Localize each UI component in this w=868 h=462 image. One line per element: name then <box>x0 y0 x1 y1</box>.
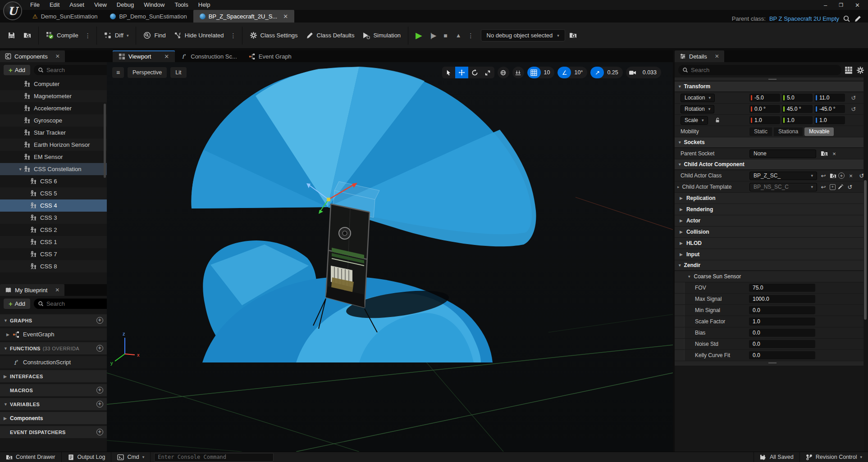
add-icon[interactable]: + <box>96 401 103 408</box>
mobility-option-stationa[interactable]: Stationa <box>774 127 803 136</box>
details-settings-icon[interactable] <box>856 66 864 74</box>
category-actor[interactable]: ▶Actor <box>675 215 863 226</box>
details-search[interactable] <box>678 65 841 75</box>
scale-dropdown[interactable]: Scale▾ <box>681 116 708 125</box>
zendir-section-header[interactable]: ▾Zendir <box>675 260 863 270</box>
console-command-input[interactable] <box>158 454 270 460</box>
details-scrollbar-track[interactable] <box>864 76 868 462</box>
close-icon[interactable]: ✕ <box>283 13 288 20</box>
lit-button[interactable]: Lit <box>170 67 186 78</box>
tree-item-magnetometer[interactable]: Magnetometer <box>0 90 107 102</box>
add-icon[interactable]: + <box>96 317 103 324</box>
add-component-button[interactable]: +Add <box>4 65 30 75</box>
property-value-field[interactable]: 0.0 <box>749 351 815 359</box>
menu-item-edit[interactable]: Edit <box>45 0 64 10</box>
property-value-field[interactable]: 1.0 <box>749 317 815 326</box>
cmd-button[interactable]: Cmd▾ <box>111 452 151 462</box>
expander-icon[interactable]: ▾ <box>17 167 23 172</box>
surface-snap-button[interactable] <box>512 67 524 78</box>
diff-button[interactable]: Diff▾ <box>100 28 133 43</box>
category-collision[interactable]: ▶Collision <box>675 226 863 237</box>
tab-components[interactable]: Components ✕ <box>0 50 65 62</box>
scale-snap-control[interactable]: ↗ 0.25 <box>590 67 622 78</box>
property-value-field[interactable]: 0.0 <box>749 306 815 314</box>
tree-item-css-6[interactable]: CSS 6 <box>0 175 107 187</box>
tree-item-css-1[interactable]: CSS 1 <box>0 236 107 248</box>
grid-snap-control[interactable]: 10 <box>527 67 555 78</box>
perspective-button[interactable]: Perspective <box>128 67 167 78</box>
my-blueprint-interfaces[interactable]: ▶INTERFACES <box>0 370 107 382</box>
eyedropper-icon[interactable] <box>837 184 844 190</box>
reset-icon[interactable]: ↺ <box>849 106 859 113</box>
location-dropdown[interactable]: Location▾ <box>681 94 715 102</box>
child-actor-class-dropdown[interactable]: BP_Z_SC_▾ <box>749 172 817 180</box>
tree-item-css-5[interactable]: CSS 5 <box>0 187 107 199</box>
tree-item-em-sensor[interactable]: EM Sensor <box>0 151 107 163</box>
scale-tool-button[interactable] <box>481 67 494 78</box>
compile-options-icon[interactable]: ⋮ <box>82 32 93 39</box>
tree-item-css-8[interactable]: CSS 8 <box>0 260 107 272</box>
location-x-field[interactable]: -5.0 <box>749 94 780 102</box>
close-icon[interactable]: ✕ <box>715 53 719 59</box>
scale-y-field[interactable]: 1.0 <box>782 116 813 124</box>
property-value-field[interactable]: 0.0 <box>749 340 815 348</box>
tree-item-css-constellation[interactable]: ▾CSS Constellation <box>0 163 107 175</box>
revision-control-button[interactable]: Revision Control▾ <box>799 452 868 462</box>
my-blueprint-functions[interactable]: ▼FUNCTIONS(33 OVERRIDA+ <box>0 342 107 354</box>
lock-icon[interactable] <box>714 117 721 123</box>
debug-object-dropdown[interactable]: No debug object selected▾ <box>481 29 565 41</box>
browse-button[interactable] <box>19 28 35 43</box>
frame-skip-button[interactable]: |▶ <box>426 28 439 43</box>
child-actor-section-header[interactable]: ▾Child Actor Component <box>675 159 863 169</box>
play-options-icon[interactable]: ⋮ <box>466 32 476 39</box>
details-scrollbar-thumb[interactable] <box>864 180 867 320</box>
select-tool-button[interactable] <box>442 67 455 78</box>
world-space-button[interactable] <box>498 67 509 78</box>
parent-class-link[interactable]: BP Z Spacecraft 2U Empty <box>769 15 839 22</box>
tree-item-css-4[interactable]: CSS 4 <box>0 199 107 212</box>
rotation-snap-control[interactable]: ∠ 10° <box>557 67 587 78</box>
rotation-y-field[interactable]: 45.0 ° <box>782 105 813 113</box>
minimize-icon[interactable]: – <box>824 2 827 9</box>
scale-z-field[interactable]: 1.0 <box>814 116 845 124</box>
class-defaults-button[interactable]: Class Defaults <box>302 28 359 43</box>
camera-speed-control[interactable]: 0.033 <box>626 67 661 78</box>
mobility-option-static[interactable]: Static <box>749 127 772 136</box>
reset-icon[interactable]: ↺ <box>845 184 854 190</box>
find-button[interactable]: Find <box>139 28 169 43</box>
socket-clear-icon[interactable]: × <box>830 150 839 157</box>
my-blueprint-graphs[interactable]: ▼GRAPHS+ <box>0 314 107 326</box>
display-filter-icon[interactable] <box>845 66 853 74</box>
tree-item-earth-horizon-sensor[interactable]: Earth Horizon Sensor <box>0 139 107 151</box>
my-blueprint-variables[interactable]: ▼VARIABLES+ <box>0 398 107 410</box>
pick-actor-icon[interactable]: + <box>830 184 836 190</box>
my-blueprint-event-dispatchers[interactable]: EVENT DISPATCHERS+ <box>0 426 107 438</box>
parent-socket-value[interactable]: None <box>749 149 816 158</box>
menu-item-asset[interactable]: Asset <box>64 0 89 10</box>
asset-tab-3[interactable]: BP_Z_Spacecraft_2U_S...✕ <box>193 10 294 23</box>
use-selected-icon[interactable]: ↩ <box>819 172 828 179</box>
property-value-field[interactable]: 0.0 <box>749 329 815 337</box>
menu-item-debug[interactable]: Debug <box>112 0 139 10</box>
my-blueprint-components[interactable]: ▶Components <box>0 412 107 424</box>
debug-browse-button[interactable] <box>565 28 581 43</box>
hide-unrelated-options-icon[interactable]: ⋮ <box>228 32 239 39</box>
tree-item-css-7[interactable]: CSS 7 <box>0 248 107 260</box>
category-hlod[interactable]: ▶HLOD <box>675 238 863 249</box>
add-icon[interactable]: + <box>96 429 103 435</box>
save-button[interactable] <box>4 28 19 43</box>
edit-pencil-icon[interactable] <box>854 15 862 23</box>
add-icon[interactable]: + <box>96 387 103 394</box>
unreal-logo[interactable]: U <box>3 1 22 20</box>
all-saved-button[interactable]: All Saved <box>754 452 799 462</box>
location-y-field[interactable]: 5.0 <box>782 94 813 102</box>
rotation-z-field[interactable]: -45.0 ° <box>814 105 845 113</box>
my-blueprint-eventgraph[interactable]: ▶EventGraph <box>0 328 107 340</box>
coarse-sun-sensor-group[interactable]: ▾Coarse Sun Sensor <box>675 271 863 282</box>
add-icon[interactable]: + <box>96 345 103 352</box>
stop-button[interactable]: ■ <box>439 28 451 43</box>
menu-item-file[interactable]: File <box>25 0 45 10</box>
asset-tab-2[interactable]: BP_Demo_SunEstimation <box>104 10 193 23</box>
add-blueprint-item-button[interactable]: +Add <box>4 299 30 309</box>
tab-details[interactable]: Details ✕ <box>675 50 724 62</box>
